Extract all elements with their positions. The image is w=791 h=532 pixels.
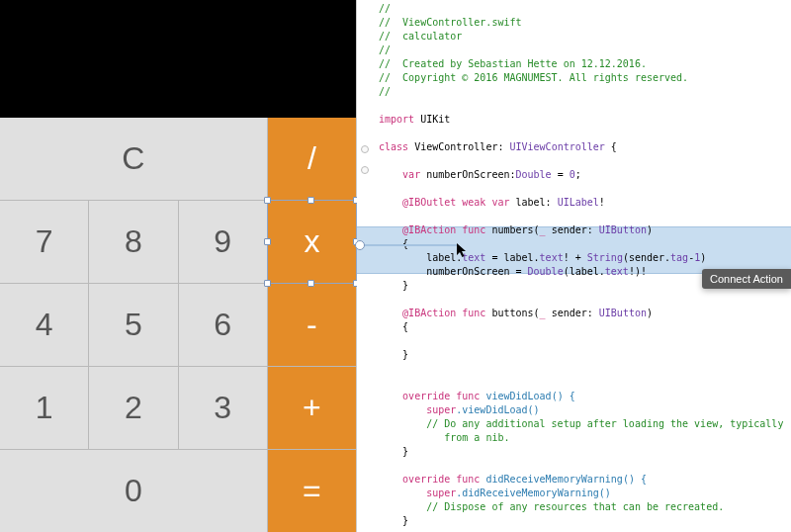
- code-line: from a nib.: [379, 431, 791, 445]
- code-line: // calculator: [379, 30, 791, 44]
- code-line: }: [379, 348, 791, 362]
- calc-display: [0, 0, 356, 118]
- code-line: // Copyright © 2016 MAGNUMEST. All right…: [379, 71, 791, 85]
- code-line: }: [379, 514, 791, 528]
- connection-source-dot: [355, 240, 365, 250]
- equals-button[interactable]: =: [268, 450, 356, 532]
- code-line: var numberOnScreen:Double = 0;: [379, 168, 791, 182]
- code-line: [379, 127, 791, 140]
- code-line: import UIKit: [379, 113, 791, 127]
- digit-6-button[interactable]: 6: [179, 284, 267, 366]
- code-line: // Dispose of any resources that can be …: [379, 500, 791, 514]
- code-line: [379, 528, 791, 532]
- code-line: //: [379, 85, 791, 99]
- calculator-canvas: C / 7 8 9 x 4 5 6 - 1 2 3 + 0 =: [0, 0, 357, 532]
- resize-handle[interactable]: [264, 197, 271, 204]
- outlet-indicator-icon[interactable]: [361, 145, 369, 153]
- connection-line: [361, 244, 457, 246]
- multiply-label: x: [304, 223, 319, 260]
- code-line: super.didReceiveMemoryWarning(): [379, 487, 791, 500]
- digit-8-button[interactable]: 8: [89, 201, 177, 283]
- code-line: // Created by Sebastian Hette on 12.12.2…: [379, 57, 791, 71]
- multiply-button[interactable]: x: [268, 201, 356, 283]
- calc-button-grid: C / 7 8 9 x 4 5 6 - 1 2 3 + 0 =: [0, 118, 356, 532]
- code-line: [379, 293, 791, 307]
- clear-button[interactable]: C: [0, 118, 267, 200]
- resize-handle[interactable]: [264, 280, 271, 287]
- resize-handle[interactable]: [308, 197, 314, 204]
- code-line: override func didReceiveMemoryWarning() …: [379, 473, 791, 487]
- code-line: [379, 362, 791, 376]
- digit-9-button[interactable]: 9: [179, 201, 267, 283]
- code-editor[interactable]: // // ViewController.swift // calculator…: [357, 0, 791, 532]
- digit-0-button[interactable]: 0: [0, 450, 267, 532]
- digit-4-button[interactable]: 4: [0, 284, 88, 366]
- code-line: override func viewDidLoad() {: [379, 390, 791, 403]
- digit-2-button[interactable]: 2: [89, 367, 177, 449]
- code-line: @IBAction func numbers(_ sender: UIButto…: [379, 223, 791, 237]
- code-line: super.viewDidLoad(): [379, 403, 791, 417]
- action-indicator-icon[interactable]: [361, 166, 369, 174]
- code-line: class ViewController: UIViewController {: [379, 140, 791, 154]
- divide-button[interactable]: /: [268, 118, 356, 200]
- code-line: //: [379, 44, 791, 57]
- digit-1-button[interactable]: 1: [0, 367, 88, 449]
- code-line: [379, 334, 791, 348]
- code-line: [379, 99, 791, 113]
- code-line: // ViewController.swift: [379, 16, 791, 30]
- resize-handle[interactable]: [308, 280, 314, 287]
- code-line: @IBOutlet weak var label: UILabel!: [379, 196, 791, 210]
- code-line: @IBAction func buttons(_ sender: UIButto…: [379, 307, 791, 320]
- code-line: [379, 182, 791, 196]
- code-line: // Do any additional setup after loading…: [379, 417, 791, 431]
- code-line: {: [379, 320, 791, 334]
- digit-5-button[interactable]: 5: [89, 284, 177, 366]
- resize-handle[interactable]: [264, 238, 271, 245]
- code-line: [379, 210, 791, 223]
- connect-action-tooltip: Connect Action: [702, 269, 791, 289]
- code-line: }: [379, 445, 791, 459]
- add-button[interactable]: +: [268, 367, 356, 449]
- code-line: [379, 376, 791, 390]
- code-line: [379, 459, 791, 473]
- code-line: //: [379, 2, 791, 16]
- digit-7-button[interactable]: 7: [0, 201, 88, 283]
- digit-3-button[interactable]: 3: [179, 367, 267, 449]
- code-line: label.text = label.text! + String(sender…: [379, 251, 791, 265]
- code-line: [379, 154, 791, 168]
- subtract-button[interactable]: -: [268, 284, 356, 366]
